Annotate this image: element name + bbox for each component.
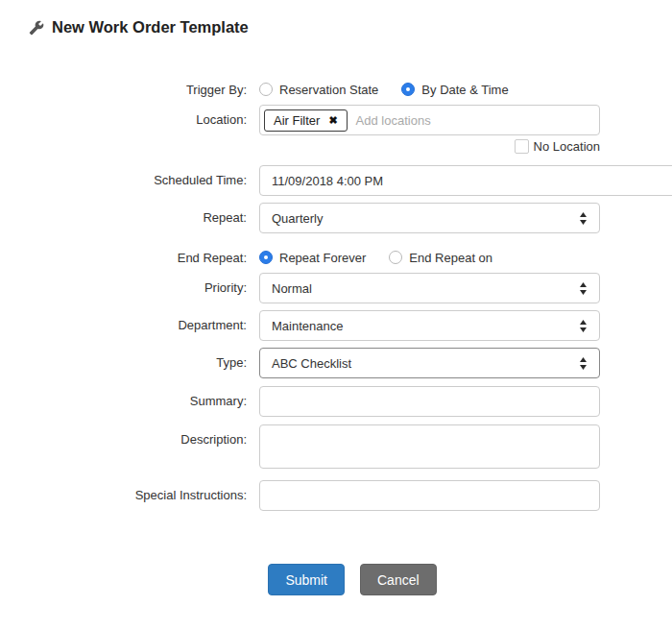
summary-row: Summary: bbox=[0, 386, 672, 417]
special-instructions-row: Special Instructions: bbox=[0, 480, 672, 511]
type-select[interactable]: ABC Checklist bbox=[259, 348, 600, 378]
submit-button[interactable]: Submit bbox=[268, 564, 345, 595]
type-row: Type: ABC Checklist bbox=[0, 348, 672, 378]
summary-input[interactable] bbox=[259, 386, 600, 417]
radio-checked-icon[interactable] bbox=[401, 83, 415, 96]
no-location-row: No Location bbox=[0, 139, 672, 157]
trigger-reservation-state-label: Reservation State bbox=[279, 83, 378, 97]
location-label: Location: bbox=[0, 105, 259, 127]
location-tag: Air Filter ✖ bbox=[264, 109, 348, 132]
trigger-reservation-state-option[interactable]: Reservation State bbox=[259, 83, 378, 97]
trigger-by-date-time-option[interactable]: By Date & Time bbox=[401, 83, 508, 97]
description-label: Description: bbox=[0, 424, 259, 447]
select-caret-icon bbox=[579, 212, 588, 225]
priority-row: Priority: Normal bbox=[0, 273, 672, 303]
department-select[interactable]: Maintenance bbox=[259, 310, 600, 341]
wrench-icon bbox=[29, 20, 44, 36]
priority-select-value: Normal bbox=[272, 281, 312, 296]
radio-unchecked-icon[interactable] bbox=[259, 83, 273, 96]
priority-label: Priority: bbox=[0, 273, 259, 295]
description-textarea[interactable] bbox=[259, 424, 600, 469]
type-select-value: ABC Checklist bbox=[272, 356, 351, 371]
location-row: Location: Air Filter ✖ Add locations bbox=[0, 105, 672, 135]
no-location-checkbox[interactable] bbox=[515, 139, 529, 154]
priority-select[interactable]: Normal bbox=[259, 273, 600, 303]
trigger-by-row: Trigger By: Reservation State By Date & … bbox=[0, 77, 672, 102]
remove-tag-icon[interactable]: ✖ bbox=[328, 115, 337, 126]
cancel-button[interactable]: Cancel bbox=[360, 564, 437, 595]
special-instructions-input[interactable] bbox=[259, 480, 600, 511]
scheduled-time-row: Scheduled Time: bbox=[0, 165, 672, 196]
radio-unchecked-icon[interactable] bbox=[389, 251, 402, 264]
repeat-label: Repeat: bbox=[0, 203, 259, 225]
no-location-label[interactable]: No Location bbox=[534, 139, 600, 154]
page-title-text: New Work Order Template bbox=[52, 18, 249, 36]
repeat-select[interactable]: Quarterly bbox=[259, 203, 600, 233]
page-title: New Work Order Template bbox=[29, 18, 672, 36]
end-repeat-label: End Repeat: bbox=[0, 245, 259, 265]
location-input[interactable]: Air Filter ✖ Add locations bbox=[259, 105, 600, 135]
repeat-select-value: Quarterly bbox=[272, 211, 323, 226]
summary-label: Summary: bbox=[0, 386, 259, 408]
select-caret-icon bbox=[579, 357, 588, 370]
department-select-value: Maintenance bbox=[272, 319, 343, 333]
form-actions: Submit Cancel bbox=[0, 564, 672, 595]
trigger-by-label: Trigger By: bbox=[0, 77, 259, 97]
scheduled-time-label: Scheduled Time: bbox=[0, 165, 259, 187]
end-repeat-on-option[interactable]: End Repeat on bbox=[389, 251, 492, 265]
location-placeholder: Add locations bbox=[356, 113, 431, 128]
repeat-forever-label: Repeat Forever bbox=[279, 251, 366, 265]
special-instructions-label: Special Instructions: bbox=[0, 480, 259, 502]
department-row: Department: Maintenance bbox=[0, 310, 672, 341]
location-tag-label: Air Filter bbox=[274, 113, 320, 128]
scheduled-time-input[interactable] bbox=[259, 165, 672, 196]
type-label: Type: bbox=[0, 348, 259, 370]
repeat-forever-option[interactable]: Repeat Forever bbox=[259, 251, 366, 265]
end-repeat-on-label: End Repeat on bbox=[409, 251, 492, 265]
department-label: Department: bbox=[0, 310, 259, 332]
select-caret-icon bbox=[579, 282, 588, 295]
end-repeat-row: End Repeat: Repeat Forever End Repeat on bbox=[0, 245, 672, 270]
description-row: Description: bbox=[0, 424, 672, 472]
trigger-by-date-time-label: By Date & Time bbox=[421, 83, 508, 97]
repeat-row: Repeat: Quarterly bbox=[0, 203, 672, 233]
work-order-form: Trigger By: Reservation State By Date & … bbox=[0, 77, 672, 595]
select-caret-icon bbox=[579, 320, 588, 332]
radio-checked-icon[interactable] bbox=[259, 251, 273, 264]
